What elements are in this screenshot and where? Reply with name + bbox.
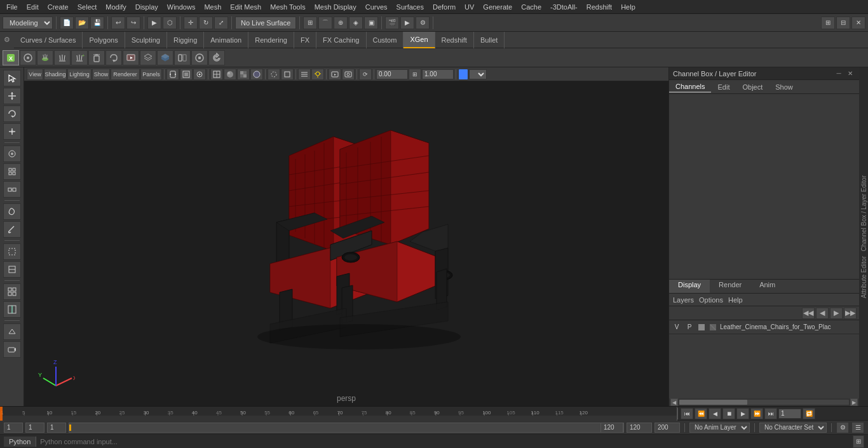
layer-playback-btn[interactable]: P (684, 322, 695, 332)
rotate-toggle-btn[interactable]: ⊞ (409, 69, 421, 80)
settings-btn-status[interactable]: ⚙ (836, 422, 849, 433)
scale-btn[interactable]: ⤢ (214, 17, 228, 29)
tab-show[interactable]: Show (769, 82, 799, 92)
tab-fx-caching[interactable]: FX Caching (316, 32, 366, 48)
panel-btn[interactable]: ⊟ (836, 17, 850, 29)
stop-btn[interactable]: ⏹ (722, 408, 735, 419)
tab-rigging[interactable]: Rigging (167, 32, 204, 48)
mode-dropdown[interactable]: Modeling (3, 17, 53, 29)
render-btn[interactable]: 🎬 (385, 17, 399, 29)
layer-tab-render[interactable]: Render (710, 280, 750, 293)
rotate-tool-btn[interactable] (3, 105, 21, 122)
color-profile-icon-btn[interactable] (458, 69, 468, 80)
attribute-editor-edge-label[interactable]: Attribute Editor (860, 254, 867, 301)
tab-sculpting[interactable]: Sculpting (125, 32, 167, 48)
layers-btn[interactable] (140, 50, 156, 65)
snap-together-btn[interactable] (3, 181, 21, 198)
menu-uv[interactable]: UV (461, 2, 478, 12)
xray-btn[interactable] (250, 69, 263, 80)
screenshot-btn[interactable] (342, 69, 355, 80)
channel-box-edge-label[interactable]: Channel Box / Layer Editor (860, 173, 867, 254)
delete-guides-btn[interactable] (88, 50, 105, 65)
menu-create[interactable]: Create (44, 2, 72, 12)
options-menu-item[interactable]: Options (699, 296, 723, 304)
move-tool-btn[interactable] (3, 88, 21, 104)
go-start-btn[interactable]: ⏮ (681, 408, 693, 419)
vp-renderer-menu-btn[interactable]: Renderer (111, 69, 140, 80)
settings-xgen-btn[interactable] (191, 50, 208, 65)
groom-btn[interactable] (37, 50, 53, 65)
new-scene-btn[interactable]: 📄 (60, 17, 74, 29)
render-preview-btn[interactable] (123, 50, 139, 65)
snap-curve-btn[interactable]: ⌒ (318, 17, 332, 29)
panel-minimize-btn[interactable]: ─ (834, 69, 844, 79)
guides-btn[interactable] (54, 50, 71, 65)
rotation-value1[interactable] (376, 69, 408, 79)
range-end-field[interactable] (654, 423, 680, 433)
vp-panels-menu-btn[interactable]: Panels (140, 69, 162, 80)
hscroll-left-btn[interactable]: ◀ (670, 398, 678, 406)
undo-btn[interactable]: ↩ (111, 17, 125, 29)
multi-cut-btn[interactable] (3, 261, 21, 278)
menu-display[interactable]: Display (132, 2, 162, 12)
python-tab-label[interactable]: Python (4, 437, 36, 447)
viewport-3d[interactable]: X Y Z persp (24, 81, 668, 406)
menu-redshift[interactable]: Redshift (583, 2, 616, 12)
layer-color-swatch[interactable] (698, 324, 705, 330)
menu-generate[interactable]: Generate (479, 2, 516, 12)
lasso-select-btn[interactable] (3, 203, 21, 220)
menu-cache[interactable]: Cache (517, 2, 545, 12)
current-frame-input[interactable] (778, 409, 801, 419)
xgen-icon[interactable]: X (3, 50, 19, 65)
script-editor-btn[interactable]: ⊞ (853, 435, 864, 448)
frame-all-btn[interactable] (180, 69, 193, 80)
layer-scroll-right-btn[interactable]: ▶▶ (844, 308, 857, 319)
rotate-indicator-btn[interactable]: ⟳ (359, 69, 372, 80)
open-scene-btn[interactable]: 📂 (75, 17, 89, 29)
menu-mesh[interactable]: Mesh (200, 2, 225, 12)
color-profile-dropdown[interactable]: sRGB gamma (469, 69, 487, 79)
go-end-btn[interactable]: ⏭ (764, 408, 777, 419)
play-forward-btn[interactable]: ▶ (736, 408, 749, 419)
prefs-btn-status[interactable]: ☰ (851, 422, 864, 433)
menu-mesh-display[interactable]: Mesh Display (311, 2, 360, 12)
layers-menu-item[interactable]: Layers (673, 296, 694, 304)
textured-btn[interactable] (237, 69, 250, 80)
tab-channels[interactable]: Channels (669, 81, 711, 93)
menu-help[interactable]: Help (617, 2, 639, 12)
timeline-ruler[interactable]: 1 5 10 15 20 25 30 35 (0, 407, 677, 421)
help-menu-item[interactable]: Help (728, 296, 743, 304)
play-back-btn[interactable]: ◀ (709, 408, 721, 419)
camera-btn[interactable] (3, 341, 21, 358)
ui-options-btn[interactable]: ⊞ (821, 17, 835, 29)
rotation-value2[interactable] (422, 69, 454, 79)
ipr-btn[interactable]: ▶ (400, 17, 414, 29)
vp-lighting-menu-btn[interactable]: Lighting (67, 69, 92, 80)
vertex-btn[interactable] (3, 163, 21, 180)
menu-windows[interactable]: Windows (163, 2, 200, 12)
layer-scroll-next-btn[interactable]: ▶ (830, 308, 843, 319)
menu-edit[interactable]: Edit (23, 2, 43, 12)
vp-show-menu-btn[interactable]: Show (92, 69, 110, 80)
menu-3dtoall[interactable]: -3DtoAll- (546, 2, 581, 12)
tab-settings-btn[interactable]: ⚙ (0, 32, 14, 48)
tab-redshift[interactable]: Redshift (435, 32, 474, 48)
tab-xgen[interactable]: XGen (403, 32, 435, 48)
add-loop-btn[interactable] (3, 301, 21, 318)
hud-btn[interactable] (298, 69, 311, 80)
shaded-btn[interactable] (224, 69, 236, 80)
layer-scroll-left-btn[interactable]: ◀◀ (802, 308, 815, 319)
timeline-slider[interactable] (69, 423, 624, 433)
panel-close-btn[interactable]: ✕ (845, 69, 855, 79)
resolution-btn[interactable] (281, 69, 294, 80)
select-tool-btn[interactable] (3, 70, 21, 86)
camera-home-btn[interactable] (166, 69, 179, 80)
description-btn[interactable] (20, 50, 36, 65)
prev-frame-btn[interactable]: ⏪ (695, 408, 707, 419)
loop-toggle-btn[interactable]: 🔁 (803, 408, 815, 419)
lights-btn[interactable] (311, 69, 324, 80)
anim-layer-dropdown[interactable]: No Anim Layer (689, 423, 750, 433)
menu-edit-mesh[interactable]: Edit Mesh (226, 2, 265, 12)
add-to-scene-btn[interactable] (3, 323, 21, 340)
move-btn[interactable]: ✛ (184, 17, 198, 29)
